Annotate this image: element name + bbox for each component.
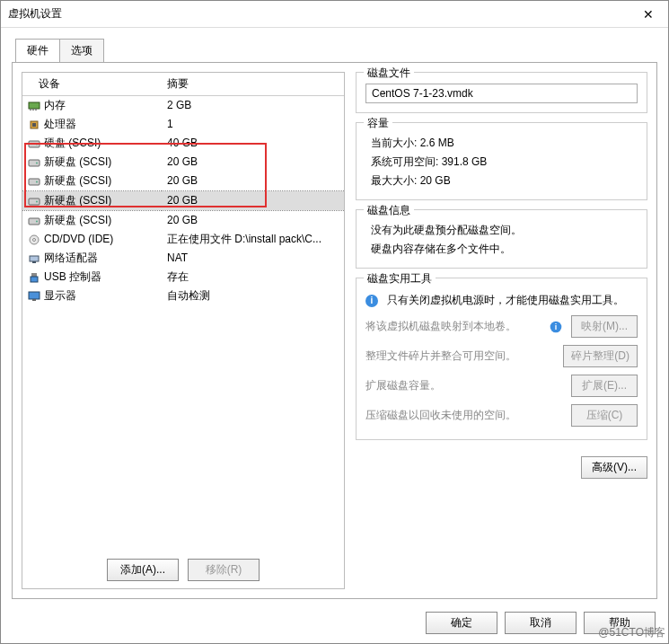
device-name: 显示器: [44, 289, 76, 302]
svg-point-17: [33, 238, 36, 241]
device-summary: 20 GB: [162, 211, 344, 231]
svg-rect-5: [32, 123, 36, 127]
info-icon: i: [550, 321, 562, 332]
device-row[interactable]: 新硬盘 (SCSI)20 GB: [22, 211, 344, 231]
device-row[interactable]: 新硬盘 (SCSI)20 GB: [22, 191, 344, 211]
device-row[interactable]: CD/DVD (IDE)正在使用文件 D:\install pack\C...: [22, 230, 344, 249]
disk-icon: [28, 157, 40, 168]
svg-rect-19: [32, 261, 36, 263]
tab-hardware[interactable]: 硬件: [15, 39, 60, 62]
defrag-button: 碎片整理(D): [563, 345, 638, 367]
disk-file-title: 磁盘文件: [364, 66, 414, 81]
map-desc: 将该虚拟机磁盘映射到本地卷。: [365, 319, 544, 334]
cancel-button[interactable]: 取消: [505, 612, 577, 634]
compress-button: 压缩(C): [571, 404, 638, 427]
tabs: 硬件 选项: [15, 39, 657, 62]
capacity-group: 容量 当前大小: 2.6 MB 系统可用空间: 391.8 GB 最大大小: 2…: [356, 122, 647, 200]
svg-rect-21: [31, 277, 38, 282]
utils-hint: 只有关闭虚拟机电源时，才能使用磁盘实用工具。: [387, 293, 638, 308]
disk-file-group: 磁盘文件 CentOS 7-1-23.vmdk: [356, 72, 647, 113]
titlebar: 虚拟机设置 ✕: [1, 1, 668, 28]
disk-info-title: 磁盘信息: [364, 203, 414, 218]
svg-rect-8: [29, 160, 40, 166]
tab-options[interactable]: 选项: [59, 39, 104, 62]
device-summary: 20 GB: [162, 172, 344, 191]
svg-rect-14: [29, 218, 40, 225]
device-name: 新硬盘 (SCSI): [44, 214, 111, 226]
svg-rect-18: [30, 256, 39, 261]
advanced-button[interactable]: 高级(V)...: [581, 456, 647, 479]
device-name: 内存: [44, 99, 66, 111]
details-panel: 磁盘文件 CentOS 7-1-23.vmdk 容量 当前大小: 2.6 MB …: [356, 72, 647, 589]
device-name: 新硬盘 (SCSI): [44, 174, 111, 187]
device-row[interactable]: 新硬盘 (SCSI)20 GB: [22, 172, 344, 191]
disk-icon: [28, 138, 40, 149]
memory-icon: [28, 101, 40, 111]
defrag-desc: 整理文件碎片并整合可用空间。: [365, 348, 558, 364]
disk-info-line2: 硬盘内容存储在多个文件中。: [365, 240, 638, 259]
device-summary: 2 GB: [162, 96, 344, 116]
device-row[interactable]: 显示器自动检测: [22, 287, 344, 305]
disk-file-field[interactable]: CentOS 7-1-23.vmdk: [365, 84, 638, 103]
usb-icon: [28, 272, 40, 283]
device-summary: 20 GB: [162, 191, 344, 211]
disk-info-group: 磁盘信息 没有为此硬盘预分配磁盘空间。 硬盘内容存储在多个文件中。: [356, 209, 647, 269]
device-name: 新硬盘 (SCSI): [44, 155, 111, 168]
device-panel: 设备 摘要 内存2 GB处理器1硬盘 (SCSI)40 GB新硬盘 (SCSI)…: [22, 72, 345, 589]
device-name: 处理器: [44, 118, 76, 130]
disk-icon: [28, 176, 40, 187]
footer: 确定 取消 帮助: [1, 603, 668, 643]
svg-rect-1: [30, 109, 31, 110]
device-row[interactable]: USB 控制器存在: [22, 268, 344, 287]
ok-button[interactable]: 确定: [426, 612, 497, 634]
svg-rect-20: [31, 273, 37, 277]
device-name: 新硬盘 (SCSI): [44, 194, 111, 207]
vm-settings-window: 虚拟机设置 ✕ 硬件 选项 设备 摘要 内存2 GB处: [0, 0, 669, 644]
info-icon: i: [365, 295, 378, 307]
svg-rect-12: [29, 198, 40, 205]
device-name: CD/DVD (IDE): [44, 233, 113, 245]
expand-desc: 扩展磁盘容量。: [365, 378, 566, 393]
svg-point-11: [36, 181, 38, 182]
add-button[interactable]: 添加(A)...: [107, 559, 179, 581]
svg-rect-3: [35, 109, 37, 110]
map-button: 映射(M)...: [571, 315, 638, 338]
net-icon: [28, 253, 40, 264]
disk-icon: [28, 216, 40, 226]
capacity-free: 系统可用空间: 391.8 GB: [365, 153, 638, 172]
header-device: 设备: [22, 73, 162, 96]
device-name: USB 控制器: [44, 270, 101, 283]
expand-button: 扩展(E)...: [571, 375, 638, 397]
device-summary: 40 GB: [162, 134, 344, 153]
device-summary: 自动检测: [162, 287, 344, 305]
device-row[interactable]: 新硬盘 (SCSI)20 GB: [22, 153, 344, 172]
device-row[interactable]: 网络适配器NAT: [22, 249, 344, 268]
capacity-max: 最大大小: 20 GB: [365, 172, 638, 190]
disk-info-line1: 没有为此硬盘预分配磁盘空间。: [365, 221, 638, 240]
device-summary: 20 GB: [162, 153, 344, 172]
svg-point-15: [36, 220, 38, 222]
device-summary: 1: [162, 115, 344, 134]
device-table: 设备 摘要 内存2 GB处理器1硬盘 (SCSI)40 GB新硬盘 (SCSI)…: [22, 73, 344, 305]
svg-point-7: [36, 143, 38, 145]
header-summary: 摘要: [162, 73, 344, 96]
device-row[interactable]: 处理器1: [22, 115, 344, 134]
close-icon[interactable]: ✕: [636, 4, 661, 25]
utils-title: 磁盘实用工具: [364, 271, 436, 287]
window-title: 虚拟机设置: [8, 6, 636, 22]
device-row[interactable]: 内存2 GB: [22, 96, 344, 116]
remove-button: 移除(R): [188, 559, 260, 581]
capacity-current: 当前大小: 2.6 MB: [365, 134, 638, 153]
cd-icon: [28, 234, 40, 245]
svg-rect-22: [29, 292, 40, 299]
device-row[interactable]: 硬盘 (SCSI)40 GB: [22, 134, 344, 153]
svg-rect-0: [29, 102, 40, 109]
capacity-title: 容量: [364, 116, 392, 131]
device-name: 网络适配器: [44, 251, 98, 264]
svg-rect-2: [32, 109, 34, 110]
utils-group: 磁盘实用工具 i 只有关闭虚拟机电源时，才能使用磁盘实用工具。 将该虚拟机磁盘映…: [356, 278, 647, 440]
svg-rect-23: [32, 299, 36, 301]
svg-rect-10: [29, 179, 40, 185]
svg-rect-6: [29, 141, 40, 147]
cpu-icon: [28, 119, 40, 130]
